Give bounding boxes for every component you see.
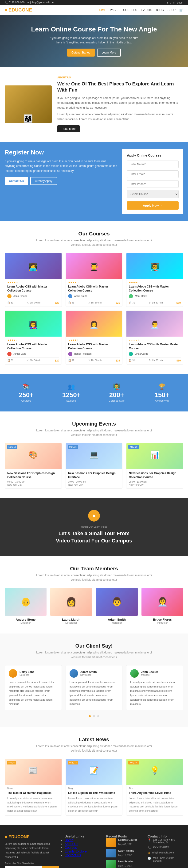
login-link[interactable]: Login (177, 1, 183, 4)
nav-blog[interactable]: BLOG (156, 8, 164, 12)
about-title: We're One Of The Best Places To Explore … (57, 81, 183, 93)
top-bar: 📞 0198 966 980 ✉ johny@yourmail.com f t … (0, 0, 188, 5)
course-title-3: Learn Adobe CSS with Master Collection C… (129, 285, 181, 293)
play-icon: ▶ (93, 513, 96, 518)
news-section: Latest News Lorem Ipsum dolor sit amet c… (0, 727, 188, 825)
team-member-3: 👨 Adam Smith Manager (96, 588, 138, 624)
instructor-avatar-3 (129, 294, 133, 298)
course-title-4: Learn Adobe CSS with Master Collection C… (7, 342, 59, 350)
instructor-avatar-2 (68, 294, 72, 298)
email-input[interactable] (127, 170, 179, 178)
course-info-1: ★★★★☆ Learn Adobe CSS with Master Collec… (5, 279, 61, 307)
events-section-desc: Lorem Ipsum dolor sit amet consectetur a… (35, 428, 153, 437)
footer-link-about-anchor[interactable]: About Us (64, 842, 78, 846)
news-category-3: Tips (129, 787, 133, 789)
dot-2[interactable] (93, 715, 95, 717)
address-icon: 📍 (147, 838, 151, 842)
team-name-1: Anders Stone (5, 618, 47, 621)
testimonial-text-1: Lorem Ipsum dolor sit amet consectetur a… (9, 680, 58, 706)
name-input[interactable] (127, 160, 179, 168)
name-field (127, 160, 179, 168)
course-price-3: $30 (177, 301, 181, 304)
footer-post-text-1: Explore Course May 06, 2021 (118, 838, 137, 846)
news-meta-2: Blog (68, 787, 120, 789)
event-card-3: May, 20 📊 New Sessions For Graphics Desi… (126, 443, 183, 489)
linkedin-icon[interactable]: in (173, 1, 175, 4)
subscribe-btn[interactable]: Subscribe (42, 866, 59, 868)
event-thumb-1: May, 10 🎨 (5, 443, 61, 469)
footer-post-img-1 (106, 838, 116, 847)
clock-icon: 🕐 (147, 857, 151, 860)
dot-3[interactable] (97, 715, 99, 717)
google-icon[interactable]: g (170, 1, 171, 4)
subscribe-input[interactable] (5, 866, 42, 868)
event-meta-1: 09:00 - 10:00 am New York City (7, 480, 59, 486)
phone-input[interactable] (127, 180, 179, 188)
instructor-avatar-6 (129, 352, 133, 356)
course-title-5: Learn Adobe CSS with Master Collection C… (68, 342, 120, 350)
footer-links-list: Home About Us Courses Events Explore Con… (64, 838, 100, 857)
nav-home[interactable]: HOME (98, 8, 106, 12)
contact-us-btn[interactable]: Contact Us (5, 177, 28, 185)
nav-pages[interactable]: PAGES (110, 8, 119, 12)
awards-label: Awards Win (143, 399, 181, 402)
news-title-2: Let Me Explain To This Wholesome (68, 791, 120, 795)
apply-now-btn[interactable]: Apply Now → (127, 202, 179, 210)
event-title-1: New Sessions For Graphics Design Collect… (7, 471, 59, 479)
team-section-title: Our Team Members (5, 566, 183, 572)
about-section: 👨‍👩‍👧 About Us We're One Of The Best Pla… (0, 67, 188, 142)
course-meta-1: Anna Brooks (7, 294, 59, 298)
testimonial-avatar-2 (70, 669, 78, 678)
footer-link-courses-anchor[interactable]: Courses (64, 846, 77, 849)
nav-courses[interactable]: COURSES (123, 8, 137, 12)
event-time-3: 09:00 - 10:00 am (129, 480, 181, 483)
footer-contact-email: ✉ info@example.com (147, 851, 183, 855)
events-section: Upcoming Events Lorem Ipsum dolor sit am… (0, 411, 188, 498)
form-title: Apply Online Courses (127, 154, 179, 157)
email-icon: ✉ (147, 851, 150, 855)
apply-form: Apply Online Courses Select Course Apply… (122, 149, 183, 214)
already-apply-btn[interactable]: Already Apply (30, 177, 57, 185)
video-title: Let's Take a Small Tour FromVideo Tutori… (5, 530, 183, 545)
course-details-1: 📋 31 ⏱ 1hr 30 min $20 (7, 300, 59, 304)
testimonial-header-1: Daisy Lane Designer (9, 669, 58, 678)
nav-events[interactable]: EVENTS (141, 8, 152, 12)
stats-section: 📚 250+ Courses 👥 1250+ Students 👨‍🏫 200+… (0, 374, 188, 411)
footer-link-events-anchor[interactable]: Events Explore (64, 849, 87, 853)
event-title-2: New Sessions For Graphics Design Interfa… (68, 471, 120, 479)
course-meta-2: Adam Smith (68, 294, 120, 298)
footer-link-courses: Courses (64, 846, 100, 849)
instructor-name-1: Anna Brooks (14, 295, 27, 298)
staff-icon: 👨‍🏫 (98, 383, 136, 390)
testimonial-identity-2: Adam Smith Developer (80, 670, 97, 676)
team-name-3: Adam Smith (96, 618, 138, 621)
news-meta-3: Tips (129, 787, 181, 789)
footer-link-home-anchor[interactable]: Home (64, 838, 73, 842)
courses-label: Courses (7, 399, 45, 402)
course-select[interactable]: Select Course (127, 190, 179, 198)
events-grid: May, 10 🎨 New Sessions For Graphics Desi… (5, 443, 183, 489)
stat-courses: 📚 250+ Courses (5, 381, 48, 404)
play-button[interactable]: ▶ (88, 510, 100, 522)
event-meta-3: 09:00 - 10:00 am New York City (129, 480, 181, 486)
hero-secondary-btn[interactable]: Learn More (97, 49, 121, 57)
facebook-icon[interactable]: f (164, 1, 165, 4)
footer-link-contact-anchor[interactable]: Contact Us (64, 853, 81, 857)
course-duration-6: ⏱ 1hr 30 min (149, 359, 163, 362)
cart-icon[interactable]: 🛒 (179, 8, 183, 12)
about-read-more-btn[interactable]: Read More (57, 125, 80, 132)
news-title-1: The Master Of Human Happiness (7, 791, 59, 795)
nav-shop[interactable]: SHOP (167, 8, 176, 12)
news-text-3: Lorem Ipsum dolor sit amet consectetur a… (129, 797, 181, 813)
hero-primary-btn[interactable]: Getting Started (67, 49, 95, 57)
dot-1[interactable] (89, 715, 91, 717)
instructor-name-6: Linda Castro (135, 352, 148, 355)
twitter-icon[interactable]: t (167, 1, 168, 4)
footer-contact-hours: 🕐 Mon - Sat: 9:00am - 6:00pm (147, 857, 183, 862)
course-rating-6: ★★★★☆ (129, 339, 181, 342)
footer-brand-col: ■ EDUCONE Lorem ipsum dolor sit amet con… (5, 834, 59, 868)
course-info-5: ★★★★☆ Learn Adobe CSS with Master Collec… (66, 337, 123, 364)
news-text-2: Lorem Ipsum dolor sit amet consectetur a… (68, 797, 120, 813)
course-lessons-3: 📋 31 (129, 301, 135, 304)
testimonial-card-1: Daisy Lane Designer Lorem Ipsum dolor si… (5, 665, 62, 710)
